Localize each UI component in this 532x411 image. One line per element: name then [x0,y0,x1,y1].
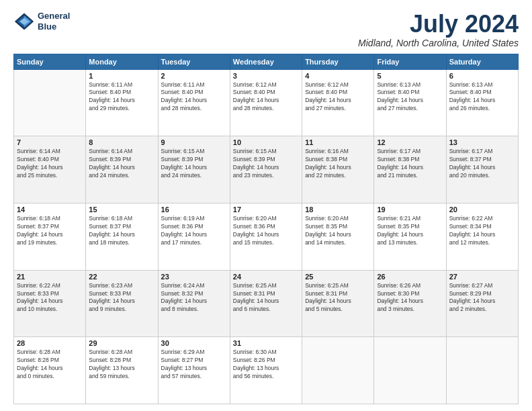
calendar-table: SundayMondayTuesdayWednesdayThursdayFrid… [13,54,519,404]
calendar-day-cell: 3Sunrise: 6:12 AM Sunset: 8:40 PM Daylig… [230,69,302,136]
calendar-header-row: SundayMondayTuesdayWednesdayThursdayFrid… [14,54,519,69]
calendar-day-cell: 28Sunrise: 6:28 AM Sunset: 8:28 PM Dayli… [14,337,86,404]
day-number: 2 [161,72,227,80]
day-number: 13 [449,138,515,146]
day-number: 19 [377,205,443,214]
day-of-week-header: Saturday [446,54,518,69]
day-info: Sunrise: 6:25 AM Sunset: 8:31 PM Dayligh… [305,282,371,314]
location-title: Midland, North Carolina, United States [358,38,519,48]
calendar-day-cell: 30Sunrise: 6:29 AM Sunset: 8:27 PM Dayli… [158,337,230,404]
day-info: Sunrise: 6:20 AM Sunset: 8:36 PM Dayligh… [233,215,299,247]
day-of-week-header: Monday [86,54,158,69]
day-number: 12 [377,138,443,146]
calendar-day-cell: 13Sunrise: 6:17 AM Sunset: 8:37 PM Dayli… [446,136,518,203]
day-info: Sunrise: 6:15 AM Sunset: 8:39 PM Dayligh… [233,148,299,180]
calendar-day-cell: 24Sunrise: 6:25 AM Sunset: 8:31 PM Dayli… [230,270,302,337]
calendar-day-cell [14,69,86,136]
day-number: 14 [17,205,83,214]
day-number: 27 [449,273,515,281]
calendar-day-cell: 9Sunrise: 6:15 AM Sunset: 8:39 PM Daylig… [158,136,230,203]
day-number: 23 [161,273,227,281]
calendar-day-cell: 21Sunrise: 6:22 AM Sunset: 8:33 PM Dayli… [14,270,86,337]
day-info: Sunrise: 6:14 AM Sunset: 8:40 PM Dayligh… [17,148,83,180]
day-info: Sunrise: 6:11 AM Sunset: 8:40 PM Dayligh… [161,81,227,113]
day-of-week-header: Tuesday [158,54,230,69]
day-number: 9 [161,138,227,146]
day-number: 21 [17,273,83,281]
day-number: 3 [233,72,299,80]
day-info: Sunrise: 6:23 AM Sunset: 8:33 PM Dayligh… [89,282,154,314]
logo-text: General Blue [38,11,70,32]
day-info: Sunrise: 6:20 AM Sunset: 8:35 PM Dayligh… [305,215,371,247]
calendar-day-cell [446,337,518,404]
calendar-day-cell: 25Sunrise: 6:25 AM Sunset: 8:31 PM Dayli… [302,270,374,337]
day-info: Sunrise: 6:22 AM Sunset: 8:33 PM Dayligh… [17,282,83,314]
day-info: Sunrise: 6:11 AM Sunset: 8:40 PM Dayligh… [89,81,154,113]
calendar-week-row: 1Sunrise: 6:11 AM Sunset: 8:40 PM Daylig… [14,69,519,136]
page-header: General Blue July 2024 Midland, North Ca… [13,11,519,48]
day-number: 6 [449,72,515,80]
calendar-day-cell: 8Sunrise: 6:14 AM Sunset: 8:39 PM Daylig… [86,136,158,203]
calendar-day-cell: 31Sunrise: 6:30 AM Sunset: 8:26 PM Dayli… [230,337,302,404]
day-number: 16 [161,205,227,214]
calendar-day-cell: 14Sunrise: 6:18 AM Sunset: 8:37 PM Dayli… [14,203,86,270]
day-of-week-header: Friday [374,54,446,69]
calendar-day-cell: 27Sunrise: 6:27 AM Sunset: 8:29 PM Dayli… [446,270,518,337]
day-info: Sunrise: 6:28 AM Sunset: 8:28 PM Dayligh… [17,349,83,381]
day-info: Sunrise: 6:13 AM Sunset: 8:40 PM Dayligh… [449,81,515,113]
calendar-day-cell: 18Sunrise: 6:20 AM Sunset: 8:35 PM Dayli… [302,203,374,270]
calendar-week-row: 7Sunrise: 6:14 AM Sunset: 8:40 PM Daylig… [14,136,519,203]
day-info: Sunrise: 6:27 AM Sunset: 8:29 PM Dayligh… [449,282,515,314]
calendar-day-cell: 7Sunrise: 6:14 AM Sunset: 8:40 PM Daylig… [14,136,86,203]
calendar-day-cell: 20Sunrise: 6:22 AM Sunset: 8:34 PM Dayli… [446,203,518,270]
day-number: 5 [377,72,443,80]
day-info: Sunrise: 6:18 AM Sunset: 8:37 PM Dayligh… [17,215,83,247]
calendar-day-cell [302,337,374,404]
day-info: Sunrise: 6:28 AM Sunset: 8:28 PM Dayligh… [89,349,154,381]
day-info: Sunrise: 6:13 AM Sunset: 8:40 PM Dayligh… [377,81,443,113]
day-of-week-header: Wednesday [230,54,302,69]
calendar-day-cell: 6Sunrise: 6:13 AM Sunset: 8:40 PM Daylig… [446,69,518,136]
day-info: Sunrise: 6:15 AM Sunset: 8:39 PM Dayligh… [161,148,227,180]
day-info: Sunrise: 6:24 AM Sunset: 8:32 PM Dayligh… [161,282,227,314]
day-number: 24 [233,273,299,281]
day-info: Sunrise: 6:12 AM Sunset: 8:40 PM Dayligh… [305,81,371,113]
day-number: 26 [377,273,443,281]
calendar-day-cell: 29Sunrise: 6:28 AM Sunset: 8:28 PM Dayli… [86,337,158,404]
day-number: 20 [449,205,515,214]
calendar-day-cell: 16Sunrise: 6:19 AM Sunset: 8:36 PM Dayli… [158,203,230,270]
calendar-day-cell: 10Sunrise: 6:15 AM Sunset: 8:39 PM Dayli… [230,136,302,203]
calendar-day-cell: 23Sunrise: 6:24 AM Sunset: 8:32 PM Dayli… [158,270,230,337]
calendar-day-cell: 1Sunrise: 6:11 AM Sunset: 8:40 PM Daylig… [86,69,158,136]
day-info: Sunrise: 6:25 AM Sunset: 8:31 PM Dayligh… [233,282,299,314]
month-title: July 2024 [358,11,519,38]
day-number: 15 [89,205,154,214]
day-number: 18 [305,205,371,214]
day-info: Sunrise: 6:14 AM Sunset: 8:39 PM Dayligh… [89,148,154,180]
calendar-week-row: 14Sunrise: 6:18 AM Sunset: 8:37 PM Dayli… [14,203,519,270]
calendar-day-cell: 11Sunrise: 6:16 AM Sunset: 8:38 PM Dayli… [302,136,374,203]
day-info: Sunrise: 6:22 AM Sunset: 8:34 PM Dayligh… [449,215,515,247]
day-info: Sunrise: 6:17 AM Sunset: 8:37 PM Dayligh… [449,148,515,180]
day-info: Sunrise: 6:18 AM Sunset: 8:37 PM Dayligh… [89,215,154,247]
calendar-day-cell: 26Sunrise: 6:26 AM Sunset: 8:30 PM Dayli… [374,270,446,337]
day-info: Sunrise: 6:29 AM Sunset: 8:27 PM Dayligh… [161,349,227,381]
day-info: Sunrise: 6:26 AM Sunset: 8:30 PM Dayligh… [377,282,443,314]
day-of-week-header: Sunday [14,54,86,69]
calendar-week-row: 28Sunrise: 6:28 AM Sunset: 8:28 PM Dayli… [14,337,519,404]
calendar-day-cell: 17Sunrise: 6:20 AM Sunset: 8:36 PM Dayli… [230,203,302,270]
day-number: 11 [305,138,371,146]
calendar-day-cell: 2Sunrise: 6:11 AM Sunset: 8:40 PM Daylig… [158,69,230,136]
logo: General Blue [13,11,70,32]
day-number: 17 [233,205,299,214]
day-of-week-header: Thursday [302,54,374,69]
calendar-week-row: 21Sunrise: 6:22 AM Sunset: 8:33 PM Dayli… [14,270,519,337]
day-number: 1 [89,72,154,80]
day-number: 8 [89,138,154,146]
calendar-day-cell: 4Sunrise: 6:12 AM Sunset: 8:40 PM Daylig… [302,69,374,136]
day-number: 30 [161,339,227,347]
day-info: Sunrise: 6:30 AM Sunset: 8:26 PM Dayligh… [233,349,299,381]
day-number: 25 [305,273,371,281]
title-block: July 2024 Midland, North Carolina, Unite… [358,11,519,48]
day-number: 7 [17,138,83,146]
